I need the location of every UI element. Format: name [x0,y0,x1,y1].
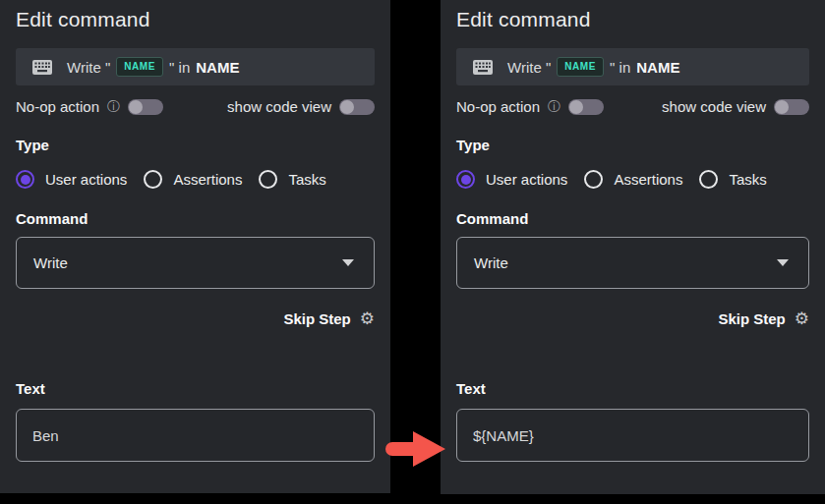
keyboard-icon [473,60,493,75]
info-icon[interactable]: ⓘ [107,100,120,113]
command-select[interactable]: Write [456,237,809,289]
dialog-title: Edit command [16,0,375,31]
gear-icon[interactable]: ⚙ [360,310,375,327]
arrow-right-icon [385,429,446,469]
text-label: Text [16,380,375,397]
radio-unselected-icon [584,170,603,189]
radio-tasks[interactable]: Tasks [699,170,766,189]
type-label: Type [16,137,375,153]
gear-icon[interactable]: ⚙ [795,310,809,327]
radio-unselected-icon [699,170,718,189]
command-preview-bar[interactable]: Write " NAME " in NAME [456,48,809,85]
radio-label: User actions [486,171,567,188]
text-input[interactable] [16,409,375,462]
command-preview-mid: " in [169,59,190,76]
command-preview-target: NAME [196,59,239,76]
skip-step-button[interactable]: Skip Step [718,310,785,327]
command-select[interactable]: Write [16,237,375,289]
radio-label: Tasks [288,171,325,188]
text-label: Text [456,380,809,397]
command-preview-bar[interactable]: Write " NAME " in NAME [16,48,375,85]
variable-badge[interactable]: NAME [557,57,604,77]
skip-step-button[interactable]: Skip Step [283,310,350,327]
radio-assertions[interactable]: Assertions [144,170,242,189]
radio-selected-icon [456,170,475,189]
radio-label: Tasks [729,171,766,188]
radio-label: Assertions [173,171,242,188]
noop-action-label: No-op action [16,98,99,115]
command-preview-prefix: Write " [67,59,110,76]
edit-command-dialog-after: Edit command Write " NAME " in NAME No-o… [441,0,825,494]
show-code-view-label: show code view [227,98,331,115]
radio-tasks[interactable]: Tasks [259,170,325,189]
command-label: Command [456,210,809,227]
keyboard-icon [32,60,52,75]
command-preview-prefix: Write " [507,59,551,76]
radio-label: Assertions [614,171,682,188]
noop-action-toggle[interactable] [128,99,163,115]
show-code-view-toggle[interactable] [774,99,809,115]
command-label: Command [16,210,375,227]
info-icon[interactable]: ⓘ [548,100,560,113]
chevron-down-icon [342,259,354,266]
show-code-view-toggle[interactable] [339,99,375,115]
radio-selected-icon [16,170,34,189]
radio-unselected-icon [259,170,277,189]
chevron-down-icon [777,259,789,266]
type-label: Type [456,137,809,153]
dialog-title: Edit command [456,0,809,31]
command-preview-mid: " in [610,59,630,76]
command-preview-target: NAME [636,59,679,76]
radio-unselected-icon [144,170,162,189]
radio-assertions[interactable]: Assertions [584,170,682,189]
command-select-value: Write [33,254,68,271]
radio-label: User actions [45,171,127,188]
radio-user-actions[interactable]: User actions [16,170,127,189]
variable-badge[interactable]: NAME [116,57,163,77]
command-select-value: Write [474,254,508,271]
edit-command-dialog-before: Edit command Write " NAME " in NAME No-o… [0,0,390,493]
noop-action-toggle[interactable] [568,99,604,115]
noop-action-label: No-op action [456,98,540,115]
text-input[interactable] [456,409,809,462]
show-code-view-label: show code view [662,98,766,115]
radio-user-actions[interactable]: User actions [456,170,567,189]
